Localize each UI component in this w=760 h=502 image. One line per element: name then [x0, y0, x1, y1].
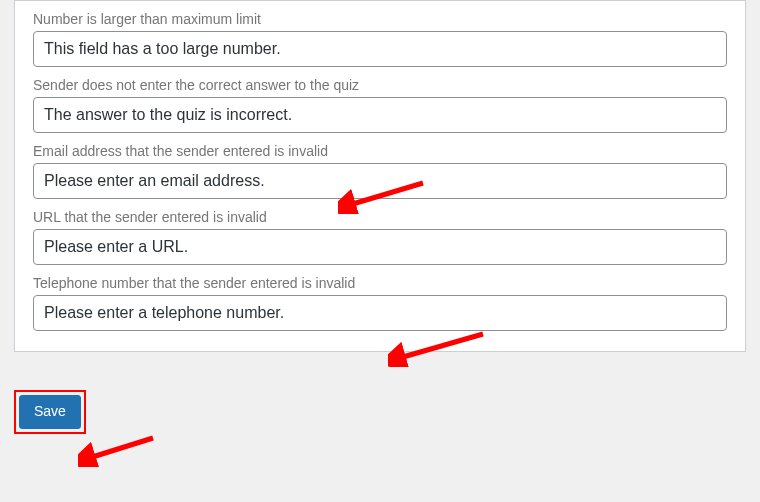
arrow-annotation-icon [78, 433, 158, 467]
label-telephone: Telephone number that the sender entered… [33, 275, 727, 291]
input-number-max[interactable] [33, 31, 727, 67]
field-group-telephone: Telephone number that the sender entered… [33, 275, 727, 331]
input-url[interactable] [33, 229, 727, 265]
input-telephone[interactable] [33, 295, 727, 331]
input-email[interactable] [33, 163, 727, 199]
label-email: Email address that the sender entered is… [33, 143, 727, 159]
save-button[interactable]: Save [19, 395, 81, 429]
svg-line-5 [86, 438, 153, 459]
label-quiz: Sender does not enter the correct answer… [33, 77, 727, 93]
field-group-url: URL that the sender entered is invalid [33, 209, 727, 265]
field-group-number-max: Number is larger than maximum limit [33, 11, 727, 67]
label-url: URL that the sender entered is invalid [33, 209, 727, 225]
save-highlight-box: Save [14, 390, 86, 434]
input-quiz[interactable] [33, 97, 727, 133]
label-number-max: Number is larger than maximum limit [33, 11, 727, 27]
messages-panel: Number is larger than maximum limit Send… [14, 0, 746, 352]
field-group-email: Email address that the sender entered is… [33, 143, 727, 199]
field-group-quiz: Sender does not enter the correct answer… [33, 77, 727, 133]
